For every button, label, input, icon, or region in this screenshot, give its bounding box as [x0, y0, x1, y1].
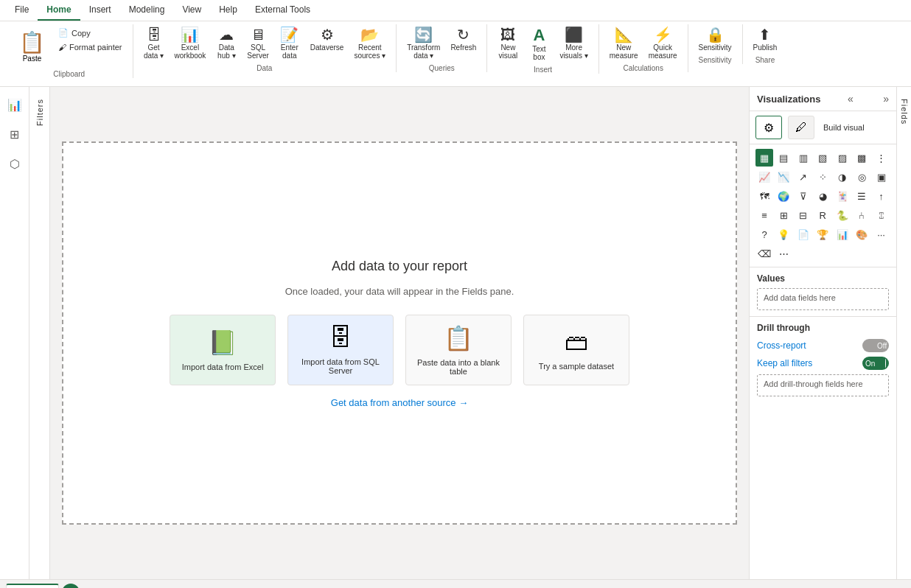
- values-field-box[interactable]: Add data fields here: [757, 288, 889, 310]
- sql-server-button[interactable]: 🖥 SQLServer: [242, 24, 273, 63]
- transform-data-button[interactable]: 🔄 Transformdata ▾: [402, 24, 444, 63]
- ribbon-group-clipboard: 📋 Paste 📄 Copy 🖌 Format painter Clipboar…: [6, 24, 133, 78]
- publish-label: Publish: [753, 43, 778, 52]
- excel-label: Excelworkbook: [175, 43, 206, 60]
- viz-expand-button[interactable]: »: [883, 93, 889, 105]
- recent-label: Recentsources ▾: [354, 43, 385, 60]
- recent-sources-button[interactable]: 📂 Recentsources ▾: [349, 24, 390, 63]
- publish-button[interactable]: ⬆ Publish: [749, 24, 782, 55]
- text-box-button[interactable]: A Textbox: [524, 24, 554, 64]
- ribbon-group-data: 🗄 Getdata ▾ 📊 Excelworkbook ☁ Datahub ▾ …: [133, 24, 397, 72]
- tab-insert[interactable]: Insert: [80, 0, 120, 21]
- format-visual-tab[interactable]: 🖊: [788, 116, 814, 139]
- tab-modeling[interactable]: Modeling: [120, 0, 174, 21]
- nav-report-btn[interactable]: 📊: [3, 93, 27, 116]
- viz-type-bar[interactable]: ▤: [775, 149, 792, 167]
- tab-external-tools[interactable]: External Tools: [246, 0, 319, 21]
- nav-model-btn[interactable]: ⬡: [3, 152, 27, 175]
- viz-type-treemap[interactable]: ▣: [873, 168, 890, 186]
- main-container: 📊 ⊞ ⬡ Filters Add data to your report On…: [0, 87, 911, 579]
- viz-type-stacked-col[interactable]: ▧: [814, 149, 831, 167]
- excel-workbook-button[interactable]: 📊 Excelworkbook: [170, 24, 211, 63]
- paste-card-icon: 📋: [444, 324, 473, 352]
- dataverse-button[interactable]: ⚙ Dataverse: [306, 24, 349, 55]
- viz-type-scatter[interactable]: ⁘: [814, 168, 831, 186]
- viz-type-eraser[interactable]: ⌫: [755, 245, 773, 262]
- viz-type-multi-row[interactable]: ☰: [853, 187, 870, 205]
- viz-type-area[interactable]: 📉: [775, 168, 792, 186]
- viz-type-stacked-bar[interactable]: ▦: [755, 149, 773, 167]
- new-visual-button[interactable]: 🖼 Newvisual: [493, 24, 523, 63]
- viz-type-slicer[interactable]: ≡: [755, 206, 773, 224]
- build-visual-tab[interactable]: ⚙: [755, 116, 782, 139]
- viz-type-line-col[interactable]: ↗: [795, 168, 812, 186]
- viz-type-decomp2[interactable]: ⑄: [873, 206, 890, 224]
- viz-type-line[interactable]: 📈: [755, 168, 773, 186]
- get-data-link[interactable]: Get data from another source →: [331, 397, 468, 408]
- viz-type-dots[interactable]: ⋯: [775, 245, 792, 262]
- sample-card-label: Try a sample dataset: [539, 362, 614, 371]
- viz-type-kpi[interactable]: ↑: [873, 187, 890, 205]
- ribbon-group-calculations: 📐 Newmeasure ⚡ Quickmeasure Calculations: [599, 24, 688, 72]
- viz-type-qa[interactable]: ?: [755, 225, 773, 243]
- viz-type-more[interactable]: ···: [873, 225, 890, 243]
- viz-type-pie[interactable]: ◑: [834, 168, 851, 186]
- new-measure-button[interactable]: 📐 Newmeasure: [605, 24, 643, 63]
- more-visuals-button[interactable]: ⬛ Morevisuals ▾: [555, 24, 592, 63]
- viz-type-matrix[interactable]: ⊟: [795, 206, 812, 224]
- viz-type-table[interactable]: ⊞: [775, 206, 792, 224]
- tab-file[interactable]: File: [6, 0, 38, 21]
- viz-type-python[interactable]: 🐍: [834, 206, 851, 224]
- viz-type-decomp[interactable]: ⑃: [853, 206, 870, 224]
- add-page-button[interactable]: +: [62, 584, 80, 589]
- refresh-button[interactable]: ↻ Refresh: [446, 24, 481, 55]
- import-excel-card[interactable]: 📗 Import data from Excel: [170, 315, 276, 385]
- data-hub-label: Datahub ▾: [217, 43, 235, 60]
- drill-field-box[interactable]: Add drill-through fields here: [757, 374, 889, 396]
- get-data-button[interactable]: 🗄 Getdata ▾: [139, 24, 169, 63]
- queries-group-label: Queries: [429, 64, 455, 72]
- viz-type-ribbon[interactable]: ▩: [853, 149, 870, 167]
- viz-type-bar2[interactable]: ▥: [795, 149, 812, 167]
- import-sql-card[interactable]: 🗄 Import data from SQL Server: [287, 315, 394, 385]
- cross-report-label[interactable]: Cross-report: [757, 340, 806, 351]
- viz-collapse-button[interactable]: «: [848, 93, 854, 105]
- viz-type-smart[interactable]: 💡: [775, 225, 792, 243]
- quick-measure-button[interactable]: ⚡ Quickmeasure: [644, 24, 682, 63]
- viz-type-funnel[interactable]: ⊽: [795, 187, 812, 205]
- format-painter-button[interactable]: 🖌 Format painter: [54, 41, 127, 54]
- page-tabs: Page 1 +: [0, 579, 911, 588]
- tab-view[interactable]: View: [173, 0, 210, 21]
- enter-data-button[interactable]: 📝 Enterdata: [275, 24, 304, 63]
- viz-type-trophy[interactable]: 🏆: [814, 225, 831, 243]
- paste-button[interactable]: 📋 Paste: [15, 27, 49, 66]
- viz-type-bar3[interactable]: 📊: [834, 225, 851, 243]
- tab-home[interactable]: Home: [38, 0, 80, 21]
- keep-filters-label[interactable]: Keep all filters: [757, 358, 812, 368]
- keep-filters-toggle[interactable]: On: [862, 357, 889, 370]
- cross-report-toggle[interactable]: Off: [862, 339, 889, 352]
- canvas-title: Add data to your report: [332, 259, 467, 274]
- viz-type-custom[interactable]: 🎨: [853, 225, 870, 243]
- viz-type-card[interactable]: 🃏: [834, 187, 851, 205]
- viz-type-col[interactable]: ▨: [834, 149, 851, 167]
- viz-type-paginated[interactable]: 📄: [795, 225, 812, 243]
- page-1-tab[interactable]: Page 1: [6, 584, 59, 589]
- paste-card-label: Paste data into a blank table: [412, 358, 505, 376]
- viz-type-r[interactable]: R: [814, 206, 831, 224]
- viz-type-gauge[interactable]: ◕: [814, 187, 831, 205]
- sample-dataset-card[interactable]: 🗃 Try a sample dataset: [523, 315, 629, 385]
- data-hub-button[interactable]: ☁ Datahub ▾: [212, 24, 241, 63]
- paste-data-card[interactable]: 📋 Paste data into a blank table: [405, 315, 512, 385]
- viz-type-filled-map[interactable]: 🌍: [775, 187, 792, 205]
- viz-build-tabs: ⚙ 🖊 Build visual: [750, 111, 896, 144]
- copy-button[interactable]: 📄 Copy: [54, 26, 127, 40]
- sensitivity-button[interactable]: 🔒 Sensitivity: [694, 24, 736, 55]
- viz-type-map[interactable]: 🗺: [755, 187, 773, 205]
- tab-help[interactable]: Help: [210, 0, 246, 21]
- viz-type-waterfall[interactable]: ⋮: [873, 149, 890, 167]
- viz-type-donut[interactable]: ◎: [853, 168, 870, 186]
- nav-table-btn[interactable]: ⊞: [3, 122, 27, 146]
- filters-panel: Filters: [29, 87, 50, 579]
- sql-card-icon: 🗄: [329, 324, 352, 351]
